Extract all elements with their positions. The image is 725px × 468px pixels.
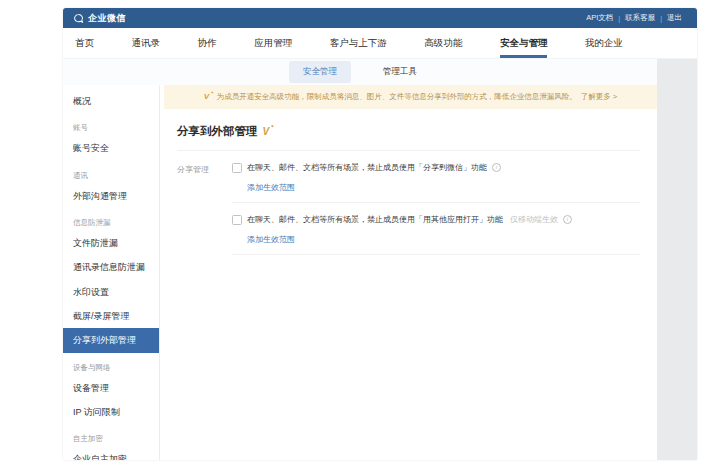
page-title-text: 分享到外部管理 (177, 124, 258, 139)
logo[interactable]: 企业微信 (73, 12, 126, 25)
nav-item-安全与管理[interactable]: 安全与管理 (500, 28, 548, 58)
logo-text: 企业微信 (88, 12, 126, 25)
add-scope-link[interactable]: 添加生效范围 (247, 182, 295, 193)
tab-安全管理[interactable]: 安全管理 (289, 61, 351, 83)
sidebar-item-设备管理[interactable]: 设备管理 (63, 376, 159, 400)
nav-item-首页[interactable]: 首页 (75, 28, 94, 58)
setting-checkbox-row: 在聊天、邮件、文档等所有场景，禁止成员使用「用其他应用打开」功能仅移动端生效i (232, 214, 640, 225)
sidebar-item-概况[interactable]: 概况 (63, 89, 159, 113)
sidebar-group-header: 设备与网络 (63, 353, 159, 376)
premium-v-icon (263, 127, 274, 137)
topbar-link[interactable]: API文档 (581, 13, 618, 23)
row-divider (232, 202, 640, 203)
sidebar-item-分享到外部管理[interactable]: 分享到外部管理 (63, 328, 159, 352)
sidebar-item-通讯录信息防泄漏[interactable]: 通讯录信息防泄漏 (63, 255, 159, 279)
sidebar-group-header: 自主加密 (63, 424, 159, 447)
content-inner: 分享到外部管理 分享管理 在聊天、邮件、文档等所有场景，禁止成员使用「分享到微信… (160, 109, 657, 266)
checkbox[interactable] (232, 215, 242, 225)
sidebar-group-header: 账号 (63, 113, 159, 136)
sidebar-item-外部沟通管理[interactable]: 外部沟通管理 (63, 184, 159, 208)
page-title: 分享到外部管理 (177, 118, 640, 150)
setting-label: 在聊天、邮件、文档等所有场景，禁止成员使用「用其他应用打开」功能 (247, 214, 503, 225)
app-body: 安全管理管理工具 概况账号账号安全通讯外部沟通管理信息防泄漏文件防泄漏通讯录信息… (63, 59, 697, 460)
notice-text: 为成员开通安全高级功能，限制成员将消息、图片、文件等信息分享到外部的方式，降低企… (217, 92, 577, 102)
setting-section: 分享管理 在聊天、邮件、文档等所有场景，禁止成员使用「分享到微信」功能i添加生效… (177, 151, 640, 266)
row-divider (232, 254, 640, 255)
topbar: 企业微信 API文档|联系客服|退出 (63, 8, 697, 28)
topbar-link[interactable]: 退出 (662, 13, 687, 23)
app-window: 企业微信 API文档|联系客服|退出 首页通讯录协作应用管理客户与上下游高级功能… (63, 8, 697, 460)
content: 为成员开通安全高级功能，限制成员将消息、图片、文件等信息分享到外部的方式，降低企… (160, 85, 657, 460)
notice-banner: 为成员开通安全高级功能，限制成员将消息、图片、文件等信息分享到外部的方式，降低企… (164, 85, 657, 109)
setting-checkbox-row: 在聊天、邮件、文档等所有场景，禁止成员使用「分享到微信」功能i (232, 162, 640, 173)
sidebar-item-水印设置[interactable]: 水印设置 (63, 280, 159, 304)
sidebar-item-IP 访问限制[interactable]: IP 访问限制 (63, 400, 159, 424)
sidebar-item-企业自主加密[interactable]: 企业自主加密 (63, 447, 159, 460)
sidebar-item-账号安全[interactable]: 账号安全 (63, 136, 159, 160)
sidebar: 概况账号账号安全通讯外部沟通管理信息防泄漏文件防泄漏通讯录信息防泄漏水印设置截屏… (63, 85, 160, 460)
topbar-link[interactable]: 联系客服 (620, 13, 660, 23)
nav-item-协作[interactable]: 协作 (198, 28, 217, 58)
section-label: 分享管理 (177, 162, 232, 266)
premium-v-icon (204, 93, 213, 101)
setting-label: 在聊天、邮件、文档等所有场景，禁止成员使用「分享到微信」功能 (247, 162, 487, 173)
wework-logo-icon (73, 13, 84, 24)
setting-note: 仅移动端生效 (510, 214, 558, 225)
info-icon[interactable]: i (492, 163, 501, 172)
notice-learn-more-link[interactable]: 了解更多 > (581, 92, 617, 102)
info-icon[interactable]: i (563, 215, 572, 224)
main-nav: 首页通讯录协作应用管理客户与上下游高级功能安全与管理我的企业 (63, 28, 697, 59)
checkbox[interactable] (232, 163, 242, 173)
setting-rows: 在聊天、邮件、文档等所有场景，禁止成员使用「分享到微信」功能i添加生效范围在聊天… (232, 162, 640, 266)
sidebar-group-header: 信息防泄漏 (63, 208, 159, 231)
nav-item-通讯录[interactable]: 通讯录 (132, 28, 161, 58)
sidebar-group-header: 通讯 (63, 161, 159, 184)
nav-item-高级功能[interactable]: 高级功能 (424, 28, 462, 58)
right-gutter (657, 59, 697, 460)
tabstrip: 安全管理管理工具 (63, 59, 657, 85)
tab-管理工具[interactable]: 管理工具 (369, 61, 431, 83)
sidebar-item-截屏/录屏管理[interactable]: 截屏/录屏管理 (63, 304, 159, 328)
nav-item-我的企业[interactable]: 我的企业 (585, 28, 623, 58)
main-column: 安全管理管理工具 概况账号账号安全通讯外部沟通管理信息防泄漏文件防泄漏通讯录信息… (63, 59, 657, 460)
add-scope-link[interactable]: 添加生效范围 (247, 234, 295, 245)
topbar-links: API文档|联系客服|退出 (581, 13, 687, 23)
sidebar-item-文件防泄漏[interactable]: 文件防泄漏 (63, 231, 159, 255)
main-row: 概况账号账号安全通讯外部沟通管理信息防泄漏文件防泄漏通讯录信息防泄漏水印设置截屏… (63, 85, 657, 460)
page: 企业微信 API文档|联系客服|退出 首页通讯录协作应用管理客户与上下游高级功能… (0, 0, 725, 468)
nav-item-应用管理[interactable]: 应用管理 (254, 28, 292, 58)
nav-item-客户与上下游[interactable]: 客户与上下游 (330, 28, 387, 58)
